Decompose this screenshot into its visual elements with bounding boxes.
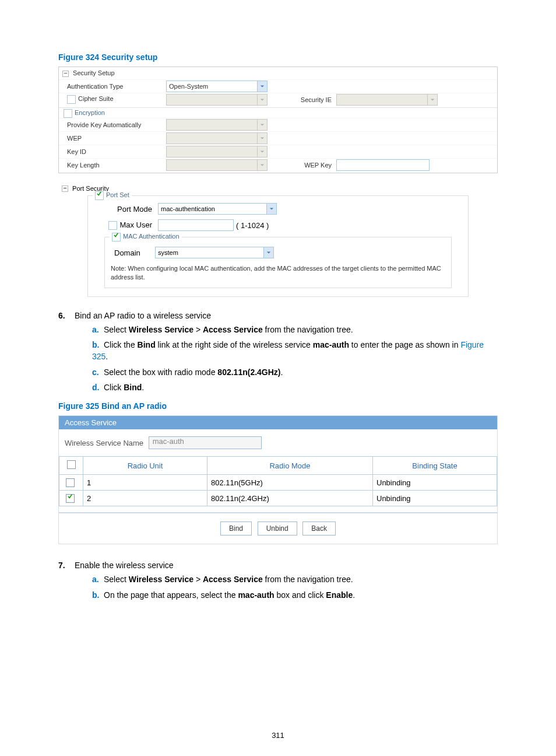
mac-auth-note: Note: When configuring local MAC authent…	[111, 264, 445, 282]
step-6: 6.Bind an AP radio to a wireless service…	[58, 311, 498, 393]
wep-key-input[interactable]	[336, 159, 430, 171]
back-button[interactable]: Back	[302, 522, 336, 536]
chevron-down-icon	[263, 247, 273, 258]
step-6d: d.Click Bind.	[92, 382, 498, 393]
chevron-down-icon	[266, 204, 276, 214]
radio-mode-header: Radio Mode	[207, 457, 373, 475]
port-set-checkbox[interactable]	[95, 191, 104, 200]
auth-type-select[interactable]: Open-System	[166, 80, 268, 92]
wep-key-label: WEP Key	[268, 162, 336, 169]
encryption-checkbox[interactable]	[64, 109, 72, 118]
port-mode-label: Port Mode	[94, 205, 158, 214]
security-ie-select	[336, 94, 438, 106]
domain-label: Domain	[111, 249, 155, 257]
figure-325-caption: Figure 325 Bind an AP radio	[58, 401, 498, 411]
provide-key-select	[166, 119, 268, 131]
security-setup-title: Security Setup	[73, 69, 115, 76]
table-row: 2 802.11n(2.4GHz) Unbinding	[59, 491, 497, 506]
step-6b: b.Click the Bind link at the right side …	[92, 339, 498, 363]
domain-select[interactable]: system	[155, 247, 274, 258]
max-user-input[interactable]	[158, 219, 234, 231]
wireless-service-name-label: Wireless Service Name	[65, 439, 146, 447]
access-service-header: Access Service	[59, 416, 497, 429]
mac-auth-checkbox[interactable]	[112, 233, 121, 242]
chevron-down-icon	[257, 160, 267, 170]
wep-select	[166, 132, 268, 144]
step-7: 7.Enable the wireless service a.Select W…	[58, 561, 498, 601]
radio-table: Radio Unit Radio Mode Binding State 1 80…	[59, 456, 497, 506]
step-7a: a.Select Wireless Service > Access Servi…	[92, 573, 498, 585]
encryption-label: Encryption	[75, 109, 105, 116]
port-security-panel: − Port Security Port Set Port Mode mac-a…	[58, 185, 498, 297]
max-user-range: ( 1-1024 )	[234, 221, 269, 230]
step-6c: c.Select the box with radio mode 802.11n…	[92, 366, 498, 378]
bind-button[interactable]: Bind	[220, 522, 252, 536]
wep-label: WEP	[62, 135, 166, 142]
key-id-label: Key ID	[62, 148, 166, 155]
collapse-icon[interactable]: −	[62, 186, 68, 192]
auth-type-label: Authentication Type	[62, 83, 166, 90]
cipher-suite-checkbox[interactable]	[67, 95, 76, 104]
cipher-suite-select	[166, 94, 268, 106]
bind-ap-panel: Access Service Wireless Service Name mac…	[58, 415, 498, 544]
wireless-service-name-input: mac-auth	[149, 436, 262, 449]
chevron-down-icon	[257, 146, 267, 157]
step-6a: a.Select Wireless Service > Access Servi…	[92, 324, 498, 335]
unbind-button[interactable]: Unbind	[258, 522, 297, 536]
step-7b: b.On the page that appears, select the m…	[92, 589, 498, 601]
key-id-select	[166, 146, 268, 158]
binding-state-header: Binding State	[373, 457, 497, 475]
provide-key-label: Provide Key Automatically	[62, 121, 166, 128]
cipher-suite-label: Cipher Suite	[78, 96, 114, 103]
port-security-title: Port Security	[72, 185, 109, 192]
figure-324-caption: Figure 324 Security setup	[58, 52, 498, 62]
max-user-checkbox[interactable]	[108, 221, 117, 230]
row-checkbox[interactable]	[66, 478, 75, 487]
chevron-down-icon	[427, 94, 437, 105]
radio-unit-header: Radio Unit	[83, 457, 207, 475]
table-row: 1 802.11n(5GHz) Unbinding	[59, 475, 497, 491]
port-mode-select[interactable]: mac-authentication	[158, 203, 277, 215]
row-checkbox[interactable]	[66, 494, 75, 503]
max-user-label: Max User	[119, 220, 152, 229]
chevron-down-icon	[257, 120, 267, 130]
key-length-label: Key Length	[62, 162, 166, 169]
chevron-down-icon	[257, 133, 267, 144]
port-set-label: Port Set	[106, 192, 129, 199]
chevron-down-icon	[257, 81, 267, 92]
page-number: 311	[0, 731, 556, 740]
mac-auth-label: MAC Authentication	[123, 233, 180, 240]
key-length-select	[166, 159, 268, 171]
select-all-checkbox[interactable]	[67, 460, 76, 469]
security-ie-label: Security IE	[268, 96, 336, 103]
collapse-icon[interactable]: −	[62, 71, 69, 77]
chevron-down-icon	[257, 94, 267, 105]
security-setup-panel: − Security Setup Authentication Type Ope…	[58, 66, 498, 173]
